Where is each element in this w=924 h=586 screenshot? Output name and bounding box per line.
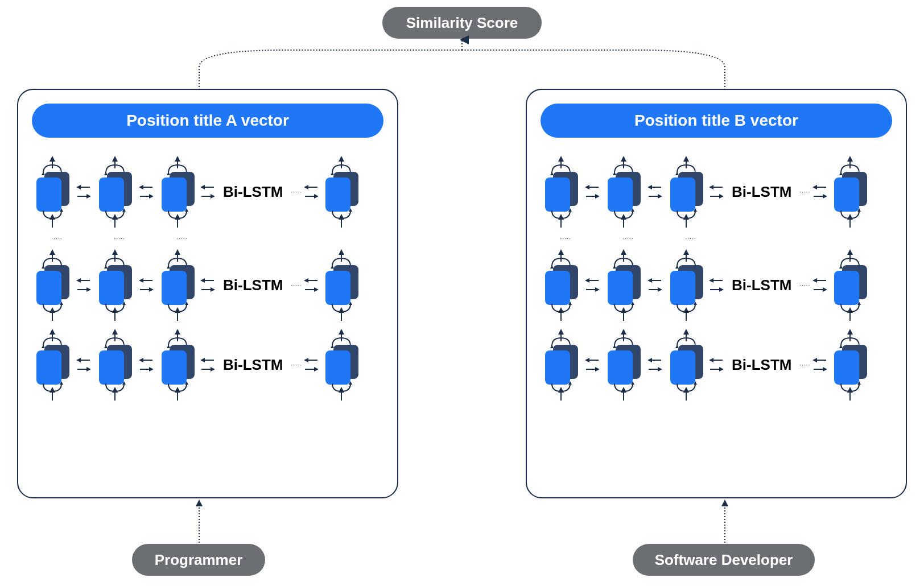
- svg-rect-39: [162, 271, 187, 305]
- bidir-arrow: [647, 357, 662, 373]
- svg-rect-63: [162, 350, 187, 385]
- lstm-cell: [603, 155, 644, 229]
- bidir-arrow: [812, 277, 827, 293]
- lstm-cell: [157, 155, 198, 229]
- bidir-arrow: [76, 184, 91, 200]
- row-label: Bi-LSTM: [732, 277, 791, 294]
- svg-rect-129: [608, 350, 633, 385]
- lstm-cell: [321, 248, 362, 322]
- panel-a: Position title A vector: [17, 89, 398, 498]
- svg-rect-57: [99, 350, 124, 385]
- bidir-arrow: [139, 277, 154, 293]
- svg-rect-33: [99, 271, 124, 305]
- vector-label-a: Position title A vector: [32, 104, 383, 138]
- bidir-arrow: [304, 277, 319, 293]
- svg-rect-47: [325, 271, 350, 305]
- lstm-cell: [666, 155, 707, 229]
- panel-b: Position title B vector: [526, 89, 907, 498]
- lstm-row: Bi-LSTM ·····: [541, 328, 892, 402]
- lstm-cell: [830, 328, 871, 402]
- input-b-pill: Software Developer: [633, 544, 815, 576]
- lstm-cell: [32, 328, 73, 402]
- bidir-arrow: [585, 184, 600, 200]
- bidir-arrow: [139, 357, 154, 373]
- bidir-arrow: [200, 184, 215, 200]
- lstm-row: Bi-LSTM ·····: [32, 155, 383, 229]
- lstm-cell: [94, 155, 135, 229]
- lstm-cell: [541, 328, 581, 402]
- vector-label-b: Position title B vector: [541, 104, 892, 138]
- svg-rect-105: [608, 271, 633, 305]
- row-label: Bi-LSTM: [732, 183, 791, 201]
- lstm-cell: [541, 155, 581, 229]
- svg-rect-87: [670, 178, 695, 212]
- lstm-cell: [321, 328, 362, 402]
- row-label: Bi-LSTM: [223, 183, 283, 201]
- lstm-row: Bi-LSTM ·····: [32, 248, 383, 322]
- lstm-cell: [157, 328, 198, 402]
- vertical-ellipsis-row: ····· ····· ·····: [541, 234, 892, 242]
- svg-rect-51: [36, 350, 61, 385]
- svg-rect-71: [325, 350, 350, 385]
- bidir-arrow: [139, 184, 154, 200]
- connector-input-b: [713, 498, 736, 544]
- connector-to-similarity: [0, 39, 924, 90]
- input-a-pill: Programmer: [132, 544, 265, 576]
- ellipsis-icon: ·····: [291, 362, 302, 368]
- lstm-cell: [603, 248, 644, 322]
- svg-rect-3: [36, 178, 61, 212]
- svg-rect-15: [162, 178, 187, 212]
- bidir-arrow: [200, 357, 215, 373]
- bidir-arrow: [709, 357, 724, 373]
- svg-rect-9: [99, 178, 124, 212]
- lstm-cell: [666, 248, 707, 322]
- bidir-arrow: [647, 277, 662, 293]
- row-label: Bi-LSTM: [223, 277, 283, 294]
- lstm-stack-a: Bi-LSTM ····· ····· ····· ·····: [32, 155, 383, 402]
- svg-rect-111: [670, 271, 695, 305]
- bidir-arrow: [76, 357, 91, 373]
- lstm-cell: [157, 248, 198, 322]
- svg-rect-123: [545, 350, 570, 385]
- bidir-arrow: [304, 357, 319, 373]
- lstm-row: Bi-LSTM ·····: [32, 328, 383, 402]
- bidir-arrow: [304, 184, 319, 200]
- lstm-stack-b: Bi-LSTM ····· ····· ····· ·····: [541, 155, 892, 402]
- lstm-row: Bi-LSTM ·····: [541, 248, 892, 322]
- svg-rect-81: [608, 178, 633, 212]
- bidir-arrow: [585, 357, 600, 373]
- row-label: Bi-LSTM: [223, 356, 283, 374]
- lstm-cell: [32, 155, 73, 229]
- svg-rect-143: [834, 350, 859, 385]
- svg-rect-119: [834, 271, 859, 305]
- svg-rect-99: [545, 271, 570, 305]
- bidir-arrow: [709, 277, 724, 293]
- lstm-cell: [541, 248, 581, 322]
- svg-rect-135: [670, 350, 695, 385]
- bidir-arrow: [812, 357, 827, 373]
- lstm-cell: [666, 328, 707, 402]
- lstm-row: Bi-LSTM ·····: [541, 155, 892, 229]
- bidir-arrow: [812, 184, 827, 200]
- svg-rect-95: [834, 178, 859, 212]
- bidir-arrow: [76, 277, 91, 293]
- lstm-cell: [830, 155, 871, 229]
- bidir-arrow: [709, 184, 724, 200]
- similarity-score-pill: Similarity Score: [382, 7, 542, 39]
- lstm-cell: [321, 155, 362, 229]
- ellipsis-icon: ·····: [799, 189, 810, 195]
- bidir-arrow: [200, 277, 215, 293]
- ellipsis-icon: ·····: [799, 362, 810, 368]
- lstm-cell: [830, 248, 871, 322]
- lstm-cell: [603, 328, 644, 402]
- lstm-cell: [94, 328, 135, 402]
- lstm-cell: [94, 248, 135, 322]
- lstm-cell: [32, 248, 73, 322]
- bidir-arrow: [585, 277, 600, 293]
- svg-rect-23: [325, 178, 350, 212]
- svg-rect-27: [36, 271, 61, 305]
- connector-input-a: [188, 498, 211, 544]
- ellipsis-icon: ·····: [291, 282, 302, 288]
- row-label: Bi-LSTM: [732, 356, 791, 374]
- vertical-ellipsis-row: ····· ····· ·····: [32, 234, 383, 242]
